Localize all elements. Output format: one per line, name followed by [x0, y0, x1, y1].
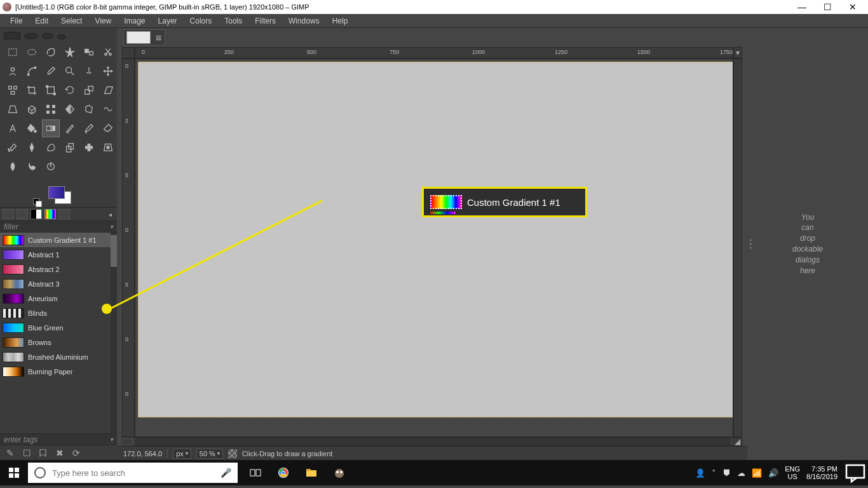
mypaint-tool[interactable] — [42, 139, 60, 156]
gradient-scrollbar[interactable] — [111, 233, 117, 433]
search-input[interactable] — [52, 468, 214, 478]
gradient-row[interactable]: Blinds — [0, 306, 117, 320]
flip-tool[interactable] — [61, 100, 79, 118]
canvas-image[interactable] — [138, 62, 733, 417]
gradient-tags[interactable]: enter tags ▾ — [0, 433, 117, 445]
by-color-select-tool[interactable] — [80, 43, 98, 61]
clone-tool[interactable] — [61, 139, 79, 156]
brushes-tab[interactable] — [31, 209, 42, 219]
free-select-tool[interactable] — [42, 43, 60, 61]
zoom-tool[interactable] — [61, 62, 79, 80]
perspective-clone-tool[interactable] — [99, 139, 117, 156]
move-tool[interactable] — [99, 62, 117, 80]
mic-icon[interactable]: 🎤 — [220, 468, 231, 478]
patterns-tab[interactable] — [58, 209, 70, 219]
paintbrush-tool[interactable] — [80, 119, 98, 137]
fuzzy-select-tool[interactable] — [61, 43, 79, 61]
action-center-button[interactable] — [843, 460, 868, 485]
gradient-row[interactable]: Blue Green — [0, 320, 117, 335]
blur-tool[interactable] — [4, 158, 22, 175]
handle-transform-tool[interactable] — [42, 100, 60, 118]
gradient-row[interactable]: Abstract 2 — [0, 262, 117, 276]
pencil-tool[interactable] — [61, 119, 79, 137]
menu-file[interactable]: File — [4, 15, 29, 27]
color-swatches[interactable] — [0, 182, 117, 207]
gradient-filter[interactable]: filter ▾ — [0, 221, 117, 233]
new-gradient-button[interactable]: ☐ — [22, 448, 32, 458]
network-icon[interactable]: 📶 — [752, 468, 762, 478]
taskbar-clock[interactable]: 7:35 PM 8/16/2019 — [806, 465, 837, 480]
airbrush-tool[interactable] — [4, 139, 22, 156]
ink-tool[interactable] — [23, 139, 41, 156]
smudge-tool[interactable] — [23, 158, 41, 175]
navigation-button[interactable]: ◢ — [733, 437, 742, 446]
gradient-tool[interactable] — [42, 119, 60, 137]
quickmask-toggle[interactable]: ▾ — [733, 47, 742, 58]
zoom-selector[interactable]: 50 %▾ — [196, 449, 223, 459]
taskbar-search[interactable]: 🎤 — [28, 463, 238, 483]
refresh-gradient-button[interactable]: ⟳ — [71, 448, 81, 458]
menu-windows[interactable]: Windows — [282, 15, 326, 27]
chrome-taskbar-icon[interactable] — [269, 460, 297, 485]
menu-edit[interactable]: Edit — [29, 15, 55, 27]
scale-tool[interactable] — [80, 81, 98, 99]
people-icon[interactable]: 👤 — [695, 468, 705, 478]
menu-tools[interactable]: Tools — [218, 15, 248, 27]
menu-colors[interactable]: Colors — [184, 15, 219, 27]
heal-tool[interactable] — [80, 139, 98, 156]
menu-filters[interactable]: Filters — [248, 15, 282, 27]
right-dock[interactable]: Youcandropdockabledialogshere — [747, 28, 868, 460]
gradients-tab[interactable] — [44, 209, 56, 219]
gradient-row[interactable]: Abstract 1 — [0, 247, 117, 262]
menu-image[interactable]: Image — [118, 15, 151, 27]
menu-layer[interactable]: Layer — [152, 15, 184, 27]
menu-view[interactable]: View — [88, 15, 118, 27]
edit-gradient-button[interactable]: ✎ — [5, 448, 15, 458]
3d-transform-tool[interactable] — [23, 100, 41, 118]
volume-icon[interactable]: 🔊 — [768, 468, 778, 478]
tool-options-tab[interactable] — [3, 209, 14, 219]
perspective-tool[interactable] — [4, 100, 22, 118]
color-picker-tool[interactable] — [42, 62, 60, 80]
scissors-tool[interactable] — [99, 43, 117, 61]
duplicate-gradient-button[interactable]: ⼝ — [38, 448, 48, 458]
task-view-button[interactable] — [241, 460, 269, 485]
fg-color-swatch[interactable] — [48, 186, 65, 199]
gradient-row[interactable]: Brushed Aluminium — [0, 349, 117, 364]
close-tab-button[interactable]: ⊠ — [154, 34, 162, 41]
ruler-vertical[interactable]: 0250500 — [122, 58, 135, 437]
measure-tool[interactable] — [80, 62, 98, 80]
reset-colors-icon[interactable] — [33, 198, 39, 205]
ruler-horizontal[interactable]: 02505007501000125015001750 — [135, 47, 733, 58]
cage-tool[interactable] — [80, 100, 98, 118]
dock-resize-handle[interactable] — [750, 240, 752, 249]
unified-transform-tool[interactable] — [42, 81, 60, 99]
shear-tool[interactable] — [99, 81, 117, 99]
crop-tool[interactable] — [23, 81, 41, 99]
dodge-tool[interactable] — [42, 158, 60, 175]
document-tab[interactable]: ⊠ — [123, 29, 165, 46]
vertical-scrollbar[interactable] — [733, 58, 742, 437]
maximize-button[interactable]: ☐ — [815, 0, 840, 14]
text-tool[interactable] — [4, 119, 22, 137]
gimp-taskbar-icon[interactable] — [325, 460, 353, 485]
gradient-row[interactable]: Aneurism — [0, 291, 117, 306]
security-icon[interactable]: ⛊ — [722, 468, 731, 478]
align-tool[interactable] — [4, 81, 22, 99]
warp-tool[interactable] — [99, 100, 117, 118]
start-button[interactable] — [0, 468, 28, 478]
paths-tool[interactable] — [23, 62, 41, 80]
onedrive-icon[interactable]: ☁ — [737, 468, 745, 478]
close-button[interactable]: ✕ — [840, 0, 865, 14]
quickmask-button[interactable] — [123, 438, 133, 445]
minimize-button[interactable]: — — [789, 0, 815, 14]
gradient-row[interactable]: Browns — [0, 335, 117, 349]
bucket-fill-tool[interactable] — [23, 119, 41, 137]
eraser-tool[interactable] — [99, 119, 117, 137]
menu-select[interactable]: Select — [55, 15, 88, 27]
horizontal-scrollbar[interactable] — [135, 438, 730, 445]
device-status-tab[interactable] — [17, 209, 28, 219]
language-indicator[interactable]: ENG US — [785, 465, 800, 480]
gradient-row[interactable]: Custom Gradient 1 #1 — [0, 233, 117, 247]
menu-help[interactable]: Help — [326, 15, 355, 27]
